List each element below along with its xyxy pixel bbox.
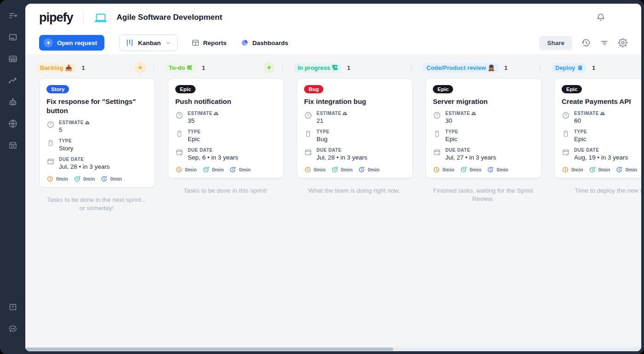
field-text: ESTIMATE 🕰60	[574, 111, 605, 124]
column-menu-button[interactable]	[536, 63, 544, 73]
field-label: TYPE	[188, 129, 201, 134]
timer-chip: 0min	[331, 166, 353, 173]
column-title-pill[interactable]: Backlog 📥	[36, 63, 76, 73]
marketplace-icon[interactable]	[7, 140, 18, 151]
svg-text:?: ?	[565, 113, 567, 117]
timer-clock-icon	[562, 166, 569, 173]
card-title: Server migration	[433, 97, 534, 106]
add-card-button[interactable]: +	[135, 62, 146, 73]
board-column: Code/Product review 💂1EpicServer migrati…	[421, 62, 545, 212]
analytics-icon[interactable]	[7, 75, 18, 86]
question-circle-icon: ?	[562, 111, 570, 120]
tab-reports[interactable]: Reports	[191, 39, 227, 47]
automation-icon[interactable]	[7, 97, 18, 108]
share-button[interactable]: Share	[539, 36, 572, 50]
field-label: TYPE	[445, 129, 458, 134]
column-header: Backlog 📥1+	[36, 62, 158, 74]
timer-value: 0min	[83, 176, 95, 182]
timer-value: 0min	[185, 167, 197, 172]
timer-value: 0min	[239, 167, 251, 172]
field-value: Epic	[445, 136, 458, 143]
timer-value: 0min	[110, 176, 122, 182]
field-value: Epic	[188, 136, 201, 143]
collapse-menu-icon[interactable]	[7, 10, 18, 21]
field-label: TYPE	[316, 129, 329, 134]
field-text: TYPEEpic	[445, 129, 458, 143]
card-label-badge: Bug	[304, 85, 323, 93]
support-chat-icon[interactable]	[7, 323, 18, 334]
timer-chip: 0min	[74, 175, 95, 183]
column-description: Time to deploy the new fea	[561, 187, 641, 195]
timer-clock-icon	[175, 166, 183, 173]
card-label-badge: Epic	[433, 85, 453, 93]
field-label: ESTIMATE 🕰	[445, 111, 477, 116]
portals-icon[interactable]	[7, 118, 18, 129]
column-menu-button[interactable]	[278, 63, 287, 73]
field-text: TYPEEpic	[188, 129, 201, 143]
field-text: TYPEStory	[59, 138, 74, 152]
open-request-button[interactable]: + Open request	[39, 35, 104, 51]
tag-icon	[175, 130, 184, 138]
field-type: TYPEEpic	[562, 129, 641, 143]
settings-gear-icon[interactable]	[618, 38, 627, 47]
column-menu-button[interactable]	[407, 63, 415, 73]
field-type: TYPEBug	[304, 129, 405, 143]
field-value: Bug	[316, 136, 329, 143]
help-center-icon[interactable]: ?	[7, 302, 18, 313]
kanban-card[interactable]: BugFix integration bug?ESTIMATE 🕰21TYPEB…	[297, 78, 413, 178]
column-title-pill[interactable]: In progress 🏗	[294, 63, 341, 73]
field-due-date: DUE DATEJul, 28 • in 3 years	[46, 157, 148, 170]
field-text: DUE DATEJul, 27 • in 3 years	[445, 148, 496, 161]
field-estimate: ?ESTIMATE 🕰30	[433, 111, 534, 124]
field-value: Story	[59, 145, 74, 152]
timer-value: 0min	[368, 167, 380, 172]
notifications-bell-icon[interactable]	[596, 13, 605, 22]
timer-chip: 0min	[460, 166, 482, 173]
pipefy-logo[interactable]: pipefy	[39, 11, 73, 25]
timer-value: 0min	[56, 176, 68, 182]
tag-icon	[46, 139, 55, 147]
main-sidebar: ?	[0, 0, 25, 354]
timer-chip: 0min	[304, 166, 326, 173]
timer-chip: 0min	[100, 175, 122, 183]
column-card-count: 1	[81, 64, 85, 71]
pipe-title: Agile Software Development	[117, 13, 223, 22]
timer-value: 0min	[341, 167, 353, 172]
timer-chip: 0min	[433, 166, 454, 173]
field-value: Aug, 19 • in 3 years	[574, 154, 628, 161]
timer-chip: 0min	[562, 166, 583, 173]
tab-dashboards[interactable]: Dashboards	[241, 39, 288, 47]
kanban-card[interactable]: EpicPush notification?ESTIMATE 🕰35TYPEEp…	[168, 78, 284, 178]
column-title-pill[interactable]: Deploy 🖥	[552, 63, 586, 73]
column-card-count: 1	[504, 64, 507, 71]
board-column: Backlog 📥1+StoryFix response for "Settin…	[34, 62, 159, 212]
timer-value: 0min	[443, 167, 454, 172]
column-menu-button[interactable]	[150, 63, 158, 73]
chevron-down-icon	[165, 40, 171, 46]
tab-reports-label: Reports	[203, 40, 227, 46]
add-card-button[interactable]: +	[264, 62, 275, 73]
field-type: TYPEEpic	[175, 129, 276, 143]
card-label-badge: Epic	[562, 85, 582, 93]
kanban-card[interactable]: EpicServer migration?ESTIMATE 🕰30TYPEEpi…	[426, 78, 541, 178]
card-label-badge: Story	[46, 85, 69, 93]
history-icon[interactable]	[581, 38, 591, 47]
horizontal-scrollbar-thumb[interactable]	[25, 348, 393, 351]
column-title-pill[interactable]: Code/Product review 💂	[423, 63, 499, 73]
field-estimate: ?ESTIMATE 🕰35	[175, 111, 276, 124]
kanban-card[interactable]: EpicCreate Payments API?ESTIMATE 🕰60TYPE…	[554, 78, 641, 178]
timer-value: 0min	[212, 167, 224, 172]
tag-icon	[433, 130, 441, 138]
field-label: ESTIMATE 🕰	[188, 111, 219, 116]
kanban-card[interactable]: StoryFix response for "Settings" button?…	[39, 78, 155, 188]
horizontal-scrollbar-track[interactable]	[25, 347, 641, 351]
field-text: ESTIMATE 🕰30	[445, 111, 477, 124]
database-icon[interactable]	[7, 53, 18, 64]
timer-value: 0min	[314, 167, 326, 172]
view-selector[interactable]: Kanban	[119, 34, 178, 51]
column-title-pill[interactable]: To-do 🛠	[165, 63, 196, 73]
field-value: 60	[574, 117, 605, 124]
pipes-icon[interactable]	[7, 32, 18, 43]
filter-icon[interactable]	[600, 38, 609, 47]
timer-chip: 0min	[175, 166, 197, 173]
